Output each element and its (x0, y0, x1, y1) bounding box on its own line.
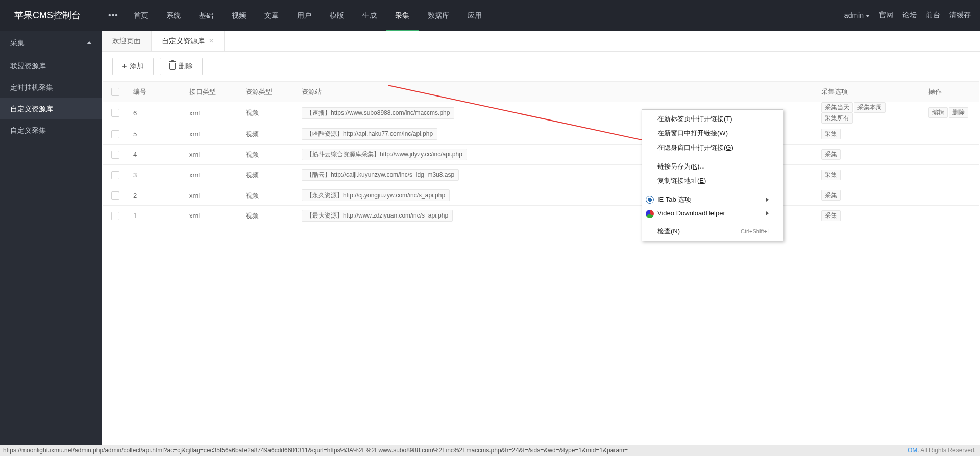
cell-ops (923, 165, 979, 185)
resource-table: 编号 接口类型 资源类型 资源站 采集选项 操作 6xml视频【速播】https… (103, 81, 979, 226)
collect-button[interactable]: 采集 (821, 129, 841, 139)
cell-ops: 编辑删除 (923, 102, 979, 124)
cell-ops (923, 124, 979, 145)
topnav-item[interactable]: 应用 (458, 0, 491, 31)
chevron-up-icon (87, 41, 92, 44)
topnav-item[interactable]: 系统 (157, 0, 190, 31)
row-checkbox[interactable] (111, 130, 119, 138)
table-row: 3xml视频【酷云】http://caiji.kuyunzyw.com/inc/… (103, 165, 979, 185)
page-body: + 添加 删除 编号 接口类型 资源类型 资源站 采集选项 (102, 52, 980, 456)
topnav-item[interactable]: 视频 (223, 0, 255, 31)
content-area: 欢迎页面自定义资源库✕ + 添加 删除 编号 接口类型 (102, 31, 980, 456)
sidebar-item[interactable]: 自定义采集 (0, 119, 102, 141)
topnav-item[interactable]: 首页 (125, 0, 157, 31)
topnav-item[interactable]: 生成 (353, 0, 386, 31)
sidebar-item[interactable]: 联盟资源库 (0, 55, 102, 77)
ctx-ie-tab[interactable]: IE Tab 选项 (642, 193, 783, 207)
ops-button[interactable]: 删除 (949, 107, 968, 118)
chevron-right-icon (766, 198, 769, 202)
cell-iface: xml (184, 185, 240, 206)
resource-site-link[interactable]: 【酷云】http://caiji.kuyunzyw.com/inc/s_ldg_… (302, 169, 459, 181)
sidebar-head[interactable]: 采集 (0, 31, 102, 55)
close-icon[interactable]: ✕ (209, 31, 214, 51)
row-checkbox[interactable] (111, 171, 119, 179)
resource-site-link[interactable]: 【最大资源】http://www.zdziyuan.com/inc/s_api.… (302, 210, 453, 222)
ctx-separator (642, 222, 783, 222)
collect-button[interactable]: 采集 (821, 210, 841, 221)
topnav-item[interactable]: 用户 (288, 0, 321, 31)
cell-collect: 采集当天采集本周采集所有 (816, 102, 923, 124)
row-checkbox[interactable] (111, 151, 119, 159)
resource-site-link[interactable]: 【速播】https://www.subo8988.com/inc/maccms.… (302, 107, 454, 119)
ops-button[interactable]: 编辑 (928, 107, 948, 118)
row-checkbox[interactable] (111, 191, 119, 200)
ctx-open-new-tab[interactable]: 在新标签页中打开链接(T) (642, 112, 783, 126)
footer-rights: OM. All Rights Reserved. (908, 447, 976, 454)
row-checkbox[interactable] (111, 212, 119, 220)
table-row: 4xml视频【筋斗云综合资源库采集】http://www.jdyzy.cc/in… (103, 145, 979, 165)
row-checkbox[interactable] (111, 109, 119, 117)
table-row: 2xml视频【永久资源】http://cj.yongjiuzyw.com/inc… (103, 185, 979, 206)
add-button[interactable]: + 添加 (112, 58, 154, 75)
collect-button[interactable]: 采集当天 (821, 102, 853, 113)
resource-site-link[interactable]: 【永久资源】http://cj.yongjiuzyw.com/inc/s_api… (302, 189, 450, 201)
cell-collect: 采集 (816, 124, 923, 145)
status-bar: https://moonlight.ixmu.net/admin.php/adm… (0, 445, 980, 456)
cell-iface: xml (184, 124, 240, 145)
link-前台[interactable]: 前台 (926, 11, 940, 20)
link-论坛[interactable]: 论坛 (902, 11, 917, 20)
cell-id: 4 (128, 145, 184, 165)
delete-button-label: 删除 (179, 62, 193, 71)
delete-button[interactable]: 删除 (160, 58, 203, 75)
collect-button[interactable]: 采集 (821, 190, 841, 201)
tab-label: 自定义资源库 (162, 31, 205, 51)
topnav-item[interactable]: 文章 (255, 0, 288, 31)
ctx-separator (642, 157, 783, 157)
cell-collect: 采集 (816, 185, 923, 206)
topnav-item[interactable]: 采集 (386, 0, 419, 31)
th-site: 资源站 (297, 82, 816, 102)
ie-tab-icon (646, 196, 654, 204)
table-row: 5xml视频【哈酷资源】http://api.haku77.com/inc/ap… (103, 124, 979, 145)
ctx-separator (642, 190, 783, 190)
sidebar-item[interactable]: 定时挂机采集 (0, 77, 102, 98)
ctx-copy-link[interactable]: 复制链接地址(E) (642, 174, 783, 188)
ctx-inspect[interactable]: 检查(N) Ctrl+Shift+I (642, 224, 783, 238)
sidebar-item[interactable]: 自定义资源库 (0, 98, 102, 119)
tab[interactable]: 自定义资源库✕ (152, 31, 225, 51)
tab[interactable]: 欢迎页面 (102, 31, 152, 51)
link-清缓存[interactable]: 清缓存 (949, 11, 971, 20)
status-url: https://moonlight.ixmu.net/admin.php/adm… (3, 447, 628, 454)
select-all-checkbox[interactable] (111, 88, 119, 96)
cell-id: 1 (128, 206, 184, 226)
topnav-item[interactable]: 模版 (321, 0, 353, 31)
tab-bar: 欢迎页面自定义资源库✕ (102, 31, 980, 52)
collect-button[interactable]: 采集 (821, 170, 841, 180)
cell-rtype: 视频 (240, 102, 297, 124)
cell-id: 2 (128, 185, 184, 206)
cell-id: 3 (128, 165, 184, 185)
toolbar: + 添加 删除 (102, 52, 980, 81)
topnav-item[interactable]: 数据库 (419, 0, 458, 31)
table-row: 1xml视频【最大资源】http://www.zdziyuan.com/inc/… (103, 206, 979, 226)
cell-ops (923, 206, 979, 226)
ctx-open-new-window[interactable]: 在新窗口中打开链接(W) (642, 126, 783, 140)
cell-rtype: 视频 (240, 206, 297, 226)
collect-button[interactable]: 采集所有 (821, 113, 853, 124)
resource-site-link[interactable]: 【哈酷资源】http://api.haku77.com/inc/api.php (302, 128, 437, 140)
plus-icon: + (122, 62, 127, 71)
chevron-down-icon (866, 15, 870, 17)
more-icon[interactable]: ••• (102, 11, 125, 20)
link-官网[interactable]: 官网 (879, 11, 893, 20)
admin-menu[interactable]: admin (844, 11, 870, 19)
ctx-save-link-as[interactable]: 链接另存为(K)... (642, 159, 783, 174)
sidebar-head-label: 采集 (10, 31, 24, 55)
collect-button[interactable]: 采集本周 (854, 102, 886, 113)
ctx-open-incognito[interactable]: 在隐身窗口中打开链接(G) (642, 140, 783, 155)
resource-site-link[interactable]: 【筋斗云综合资源库采集】http://www.jdyzy.cc/inc/api.… (302, 149, 467, 160)
topnav-item[interactable]: 基础 (190, 0, 223, 31)
collect-button[interactable]: 采集 (821, 149, 841, 160)
cell-ops (923, 185, 979, 206)
header-right-links: admin 官网 论坛 前台 清缓存 (844, 11, 980, 20)
ctx-video-downloadhelper[interactable]: Video DownloadHelper (642, 207, 783, 220)
